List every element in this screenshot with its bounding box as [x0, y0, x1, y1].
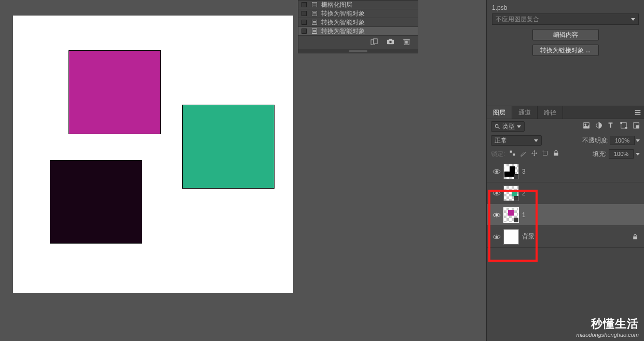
tab-label: 通道 — [518, 108, 531, 117]
svg-rect-46 — [633, 236, 637, 239]
svg-point-44 — [496, 214, 498, 216]
layers-list: 3 2 1 背景 — [487, 161, 644, 248]
visibility-toggle[interactable] — [490, 167, 503, 176]
properties-panel: 1.psb 不应用图层复合 编辑内容 转换为链接对象 ... — [487, 0, 644, 106]
tab-layers[interactable]: 图层 — [487, 106, 512, 119]
chevron-down-icon[interactable] — [636, 153, 640, 155]
lock-icon — [629, 234, 641, 240]
tab-channels[interactable]: 通道 — [512, 106, 538, 119]
visibility-toggle[interactable] — [490, 211, 503, 219]
layer-name[interactable]: 3 — [522, 168, 641, 175]
snapshot-icon[interactable] — [387, 38, 394, 47]
history-item[interactable]: 转换为智能对象 — [298, 9, 418, 18]
svg-point-42 — [496, 170, 498, 173]
panel-menu-icon[interactable] — [632, 106, 644, 119]
layer-filter-row: 类型 T — [487, 119, 644, 134]
blend-mode-value: 正常 — [495, 136, 507, 145]
chevron-down-icon — [631, 18, 635, 21]
lock-position-icon[interactable] — [531, 150, 538, 158]
smart-object-badge-icon — [514, 174, 519, 179]
visibility-toggle[interactable] — [490, 233, 503, 241]
history-toolbar — [298, 36, 418, 49]
blend-mode-dropdown[interactable]: 正常 — [491, 135, 542, 146]
opacity-value: 100% — [615, 137, 629, 144]
shape-black-square[interactable] — [50, 160, 142, 244]
svg-rect-6 — [312, 20, 317, 25]
layer-thumbnail[interactable] — [503, 164, 519, 179]
fill-value-input[interactable]: 100% — [609, 149, 634, 159]
svg-rect-13 — [374, 39, 378, 44]
filter-adjustment-icon[interactable] — [595, 122, 602, 131]
canvas[interactable] — [13, 16, 293, 293]
layer-row[interactable]: 1 — [487, 204, 644, 226]
panel-grip[interactable] — [298, 49, 418, 53]
history-checkbox[interactable] — [302, 20, 307, 25]
history-panel: 栅格化图层 转换为智能对象 转换为智能对象 转换为智能对象 — [298, 0, 418, 53]
history-item-label: 转换为智能对象 — [319, 18, 418, 27]
layer-row[interactable]: 背景 — [487, 226, 644, 248]
filter-pixel-icon[interactable] — [583, 122, 590, 131]
svg-text:T: T — [609, 122, 613, 129]
trash-icon[interactable] — [403, 38, 410, 47]
lock-pixels-icon[interactable] — [520, 150, 527, 158]
layer-icon — [310, 2, 319, 8]
filter-type-dropdown[interactable]: 类型 — [491, 121, 525, 132]
history-item[interactable]: 栅格化图层 — [298, 1, 418, 9]
svg-rect-32 — [621, 122, 622, 124]
tab-paths[interactable]: 路径 — [538, 106, 563, 119]
svg-rect-15 — [389, 39, 392, 40]
layer-row[interactable]: 3 — [487, 161, 644, 182]
lock-transparency-icon[interactable] — [509, 150, 516, 158]
layer-thumbnail[interactable] — [503, 207, 519, 223]
blend-mode-row: 正常 不透明度: 100% — [487, 134, 644, 147]
layer-comp-dropdown[interactable]: 不应用图层复合 — [492, 13, 639, 25]
filter-shape-icon[interactable] — [620, 122, 627, 131]
smart-object-badge-icon — [514, 218, 519, 223]
svg-point-25 — [495, 124, 498, 127]
new-document-from-state-icon[interactable] — [371, 38, 378, 47]
svg-point-43 — [496, 192, 498, 194]
svg-rect-41 — [554, 153, 558, 156]
smart-object-badge-icon — [514, 196, 519, 201]
edit-contents-button[interactable]: 编辑内容 — [532, 29, 599, 40]
history-item-label: 栅格化图层 — [319, 1, 418, 9]
lock-artboard-icon[interactable] — [542, 150, 549, 158]
svg-point-45 — [496, 235, 498, 238]
layer-name[interactable]: 2 — [522, 190, 641, 197]
history-checkbox[interactable] — [302, 2, 307, 7]
svg-point-16 — [389, 41, 392, 44]
fill-value: 100% — [614, 151, 628, 157]
history-checkbox[interactable] — [302, 29, 307, 34]
lock-all-icon[interactable] — [553, 150, 559, 158]
shape-purple-square[interactable] — [68, 50, 161, 134]
svg-rect-3 — [312, 11, 317, 16]
filter-smartobject-icon[interactable] — [633, 122, 640, 131]
history-item[interactable]: 转换为智能对象 — [298, 18, 418, 27]
layer-comp-value: 不应用图层复合 — [496, 15, 539, 24]
opacity-value-input[interactable]: 100% — [610, 136, 635, 145]
filter-type-icon[interactable]: T — [608, 122, 615, 131]
search-icon — [495, 124, 500, 130]
layer-icon — [310, 19, 319, 25]
chevron-down-icon[interactable] — [636, 139, 640, 142]
visibility-toggle[interactable] — [490, 189, 503, 197]
watermark-title: 秒懂生活 — [577, 316, 639, 332]
svg-line-26 — [498, 127, 499, 129]
layer-name[interactable]: 1 — [522, 211, 641, 219]
watermark: 秒懂生活 miaodongshenghuo.com — [577, 316, 639, 338]
tab-label: 图层 — [493, 108, 505, 117]
svg-point-28 — [585, 124, 586, 125]
history-item[interactable]: 转换为智能对象 — [298, 27, 418, 36]
layer-thumbnail[interactable] — [503, 229, 519, 245]
layer-icon — [310, 28, 319, 34]
layer-thumbnail[interactable] — [503, 186, 519, 201]
layer-name[interactable]: 背景 — [522, 232, 629, 241]
history-checkbox[interactable] — [302, 11, 307, 16]
shape-green-square[interactable] — [182, 105, 275, 189]
convert-to-linked-button[interactable]: 转换为链接对象 ... — [532, 45, 599, 56]
tab-label: 路径 — [544, 108, 556, 117]
layers-panel-tabs: 图层 通道 路径 — [487, 106, 644, 119]
chevron-down-icon — [517, 125, 521, 128]
layer-row[interactable]: 2 — [487, 182, 644, 204]
chevron-down-icon — [534, 139, 538, 142]
